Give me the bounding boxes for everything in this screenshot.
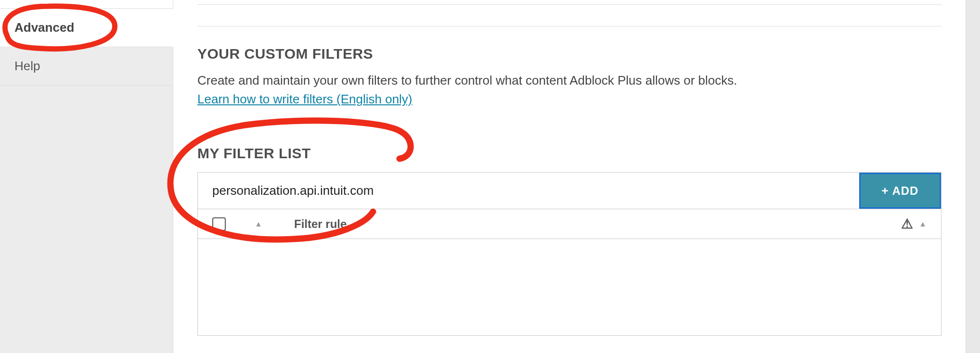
warning-sort-icon: ▲ [919, 220, 927, 228]
custom-filters-title: YOUR CUSTOM FILTERS [197, 46, 941, 62]
right-edge-scroll-gutter [966, 0, 980, 353]
filter-input[interactable] [198, 173, 859, 209]
custom-filters-section: YOUR CUSTOM FILTERS Create and maintain … [197, 46, 941, 107]
my-filter-list-title: MY FILTER LIST [197, 145, 941, 162]
sidebar: Advanced Help [0, 0, 173, 353]
select-all-cell: ▲ [212, 217, 284, 231]
sidebar-top-stub [0, 0, 173, 9]
warning-icon: ⚠ [901, 216, 913, 232]
section-divider [197, 26, 941, 26]
learn-filters-link[interactable]: Learn how to write filters (English only… [197, 92, 413, 106]
filter-panel: + ADD ▲ Filter rule ▲ ⚠ ▲ [197, 172, 941, 336]
filter-add-row: + ADD [198, 173, 941, 209]
filter-table-header: ▲ Filter rule ▲ ⚠ ▲ [198, 209, 941, 239]
custom-filters-description: Create and maintain your own filters to … [197, 72, 941, 89]
filter-rule-header-label: Filter rule [294, 217, 347, 231]
sidebar-item-advanced[interactable]: Advanced [0, 9, 173, 47]
my-filter-list-section: MY FILTER LIST + ADD ▲ Filter rule ▲ [197, 145, 941, 336]
checkbox-sort-icon[interactable]: ▲ [255, 220, 262, 228]
main-content: YOUR CUSTOM FILTERS Create and maintain … [173, 0, 966, 353]
top-divider-stub [197, 0, 941, 5]
rule-sort-icon: ▲ [351, 220, 359, 228]
filter-rule-header[interactable]: Filter rule ▲ [294, 217, 878, 231]
sidebar-item-help[interactable]: Help [0, 47, 173, 86]
add-filter-button[interactable]: + ADD [859, 173, 941, 209]
select-all-checkbox[interactable] [212, 217, 226, 231]
filter-table-body [198, 239, 941, 335]
warning-header[interactable]: ⚠ ▲ [888, 216, 927, 232]
